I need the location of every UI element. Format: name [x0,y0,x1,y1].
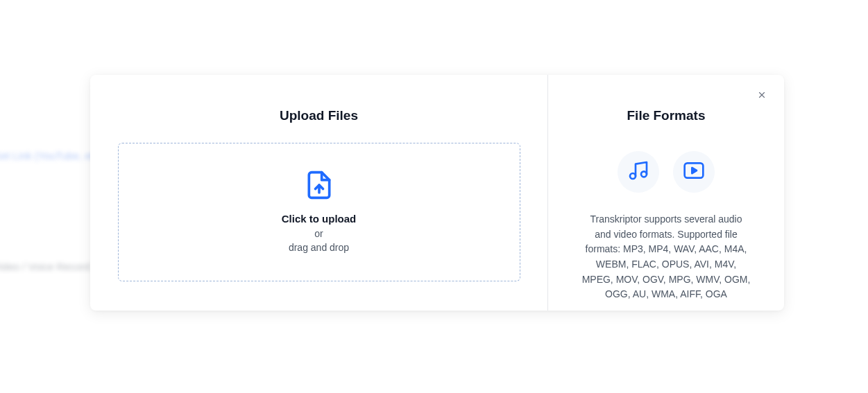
file-upload-icon [304,170,334,200]
background-blur-text: Get Link (YouTube, etc.) [0,150,105,161]
background-blur-text: Video / Voice Record [0,261,90,272]
dropzone-or-label: or [314,227,323,241]
dropzone-drag-label: drag and drop [289,241,349,255]
audio-format-badge [618,151,659,193]
format-icons-row [618,151,715,193]
music-icon [627,159,649,184]
svg-marker-6 [692,168,697,173]
close-button[interactable] [754,87,770,104]
upload-modal: Upload Files Click to upload or drag and… [90,75,784,311]
upload-title: Upload Files [280,108,358,123]
svg-point-4 [641,171,647,177]
close-icon [757,90,767,102]
formats-title: File Formats [627,108,706,123]
formats-panel: File Formats [548,75,784,311]
dropzone-click-label: Click to upload [282,213,357,225]
svg-point-3 [630,173,636,179]
upload-panel: Upload Files Click to upload or drag and… [90,75,548,311]
upload-dropzone[interactable]: Click to upload or drag and drop [118,143,520,281]
video-format-badge [673,151,715,193]
formats-description: Transkriptor supports several audio and … [581,212,751,302]
video-icon [683,159,705,184]
